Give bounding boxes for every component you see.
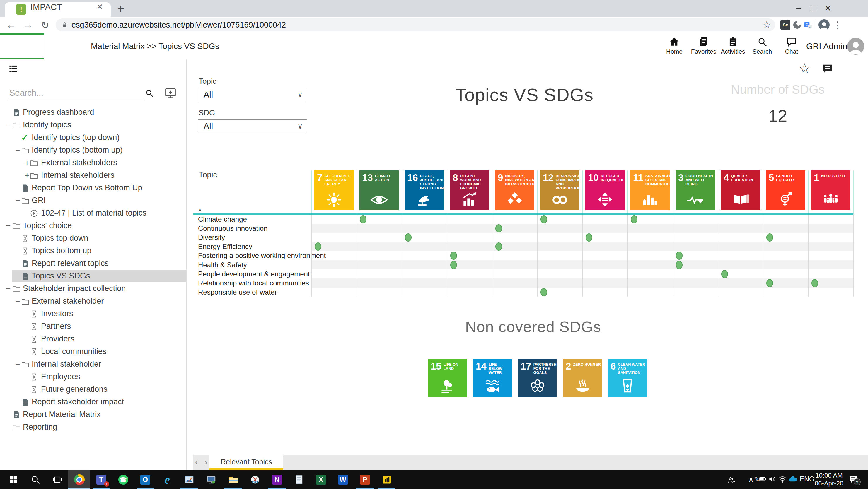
- tree-item-external-stakeholders[interactable]: +External stakeholders: [0, 156, 186, 169]
- collapse-icon[interactable]: −: [15, 144, 20, 156]
- dot-climate-change-sdg12[interactable]: [540, 215, 547, 223]
- tree-item-investors[interactable]: Investors: [0, 307, 186, 320]
- slicer-topic-dropdown[interactable]: All ∨: [198, 88, 307, 101]
- sdg-tile-15[interactable]: 15LIFE ON LAND: [428, 359, 467, 397]
- nav-item-search[interactable]: Search: [748, 36, 776, 57]
- sdg-tile-5[interactable]: 5GENDER EQUALITY: [766, 170, 805, 210]
- dot-climate-change-sdg13[interactable]: [360, 215, 367, 223]
- sdg-tile-16[interactable]: 16PEACE, JUSTICE AND STRONG INSTITUTIONS: [405, 170, 444, 210]
- tree-item-topics-bottom-up[interactable]: Topics bottom up: [0, 244, 186, 257]
- tree-item-identify-topics[interactable]: −Identify topics: [0, 119, 186, 131]
- tree-item-local-communities[interactable]: Local communities: [0, 345, 186, 358]
- people-tray-icon[interactable]: [727, 476, 736, 484]
- taskbar-chrome[interactable]: [68, 470, 90, 489]
- collapse-icon[interactable]: −: [15, 194, 20, 207]
- tree-item-stakeholder-impact-collection[interactable]: −Stakeholder impact collection: [0, 282, 186, 295]
- taskbar-file-explorer[interactable]: [222, 470, 244, 489]
- taskbar-snipping-tool[interactable]: [244, 470, 266, 489]
- tree-item-identify-topics-top-down[interactable]: ✓Identify topics (top down): [0, 131, 186, 144]
- sdg-tile-7[interactable]: 7AFFORDABLE AND CLEAN ENERGY: [314, 170, 353, 210]
- nav-item-chat[interactable]: Chat: [777, 36, 806, 57]
- sdg-tile-13[interactable]: 13CLIMATE ACTION: [360, 170, 399, 210]
- collapse-icon[interactable]: −: [6, 219, 10, 232]
- dot-diversity-sdg10[interactable]: [586, 233, 592, 241]
- browser-menu-kebab-icon[interactable]: ⋮: [833, 17, 842, 33]
- dot-relationship-with-local-communities-sdg5[interactable]: [766, 279, 773, 287]
- taskbar-whatsapp[interactable]: ☎: [112, 470, 134, 489]
- selenium-extension-icon[interactable]: Se: [780, 20, 790, 30]
- notification-center-icon[interactable]: 5: [848, 475, 858, 486]
- collapse-icon[interactable]: −: [6, 282, 10, 295]
- onedrive-icon[interactable]: [788, 475, 797, 484]
- wifi-icon[interactable]: [778, 475, 787, 483]
- dot-diversity-sdg5[interactable]: [766, 233, 773, 241]
- taskbar-powerbi[interactable]: [376, 470, 398, 489]
- dot-energy-efficiency-sdg9[interactable]: [495, 242, 502, 251]
- tree-item-progress-dashboard[interactable]: Progress dashboard: [0, 106, 186, 119]
- tree-item-report-relevant-topics[interactable]: Report relevant topics: [0, 257, 186, 270]
- search-input[interactable]: [9, 87, 145, 99]
- chevron-up-icon[interactable]: ∧: [748, 475, 754, 484]
- sdg-tile-6[interactable]: 6CLEAN WATER AND SANITATION: [608, 359, 647, 397]
- dot-diversity-sdg16[interactable]: [405, 233, 411, 241]
- dot-fostering-a-positive-working-environment-sdg8[interactable]: [450, 252, 457, 260]
- sdg-tile-10[interactable]: 10REDUCED INEQUALITIES: [585, 170, 625, 210]
- speaker-icon[interactable]: [768, 475, 777, 483]
- tree-item-report-stakeholder-impact[interactable]: Report stakeholder impact: [0, 396, 186, 408]
- search-icon[interactable]: [145, 89, 154, 98]
- taskbar-internet-explorer[interactable]: e: [156, 470, 178, 489]
- dot-health-safety-sdg8[interactable]: [450, 261, 457, 269]
- tree-item-future-generations[interactable]: Future generations: [0, 383, 186, 396]
- tree-item-internal-stakeholder[interactable]: −Internal stakeholder: [0, 358, 186, 370]
- taskbar-remote-desktop[interactable]: [200, 470, 222, 489]
- sdg-tile-4[interactable]: 4QUALITY EDUCATION: [721, 170, 760, 210]
- tree-item-topics-choice[interactable]: −Topics' choice: [0, 219, 186, 232]
- tree-item-gri[interactable]: −GRI: [0, 194, 186, 207]
- tree-item-providers[interactable]: Providers: [0, 333, 186, 345]
- collapse-icon[interactable]: −: [6, 119, 10, 131]
- chevron-down-icon[interactable]: ∨: [297, 91, 303, 99]
- window-close-button[interactable]: ✕: [818, 0, 838, 17]
- dot-energy-efficiency-sdg7[interactable]: [315, 242, 321, 251]
- taskbar-taskbar-search[interactable]: [24, 470, 46, 489]
- nav-item-activities[interactable]: Activities: [719, 36, 747, 57]
- tree-item-topics-top-down[interactable]: Topics top down: [0, 232, 186, 244]
- translate-extension-icon[interactable]: [803, 21, 813, 30]
- url-text[interactable]: esg365demo.azurewebsites.net/pbiViewer/1…: [71, 19, 286, 31]
- feedback-comment-icon[interactable]: [822, 63, 833, 74]
- taskbar-start-button[interactable]: [2, 470, 24, 489]
- dot-climate-change-sdg11[interactable]: [631, 215, 638, 223]
- nav-item-home[interactable]: Home: [660, 36, 688, 57]
- sdg-tile-17[interactable]: 17PARTNERSHIPS FOR THE GOALS: [518, 359, 557, 397]
- tree-item-employees[interactable]: Employees: [0, 370, 186, 383]
- clock[interactable]: 10:00 AM 06-Apr-20: [811, 471, 847, 487]
- tree-item-external-stakeholder[interactable]: −External stakeholder: [0, 295, 186, 307]
- sdg-tile-3[interactable]: 3GOOD HEALTH AND WELL-BEING: [676, 170, 715, 210]
- sdg-tile-12[interactable]: 12RESPONSIBLE CONSUMPTION AND PRODUCTION: [540, 170, 580, 210]
- forward-icon[interactable]: →: [22, 17, 35, 33]
- taskbar-task-view[interactable]: [46, 470, 68, 489]
- user-avatar[interactable]: [847, 38, 864, 55]
- sdg-tile-8[interactable]: 8DECENT WORK AND ECONOMIC GROWTH: [450, 170, 489, 210]
- tab-scroll-left-icon[interactable]: ‹: [195, 455, 198, 470]
- tree-item-102-47-list-of-material-topics[interactable]: 102-47 | List of material topics: [0, 207, 186, 219]
- dot-continuous-innovation-sdg9[interactable]: [495, 224, 502, 232]
- sdg-tile-11[interactable]: 11SUSTAINABLE CITIES AND COMMUNITIES: [630, 170, 670, 210]
- battery-icon[interactable]: [759, 475, 767, 483]
- tree-item-topics-vs-sdgs[interactable]: Topics VS SDGs: [0, 270, 186, 282]
- browser-profile-avatar[interactable]: [818, 19, 830, 30]
- tab-scroll-right-icon[interactable]: ›: [205, 455, 208, 470]
- tree-item-report-top-down-vs-bottom-up[interactable]: Report Top Down vs Bottom Up: [0, 182, 186, 194]
- sdg-tile-1[interactable]: 1NO POVERTY: [811, 170, 850, 210]
- expand-icon[interactable]: +: [25, 169, 29, 182]
- collapse-icon[interactable]: −: [15, 358, 20, 370]
- tree-item-identify-topics-bottom-up[interactable]: −Identify topics (bottom up): [0, 144, 186, 156]
- sdg-tile-9[interactable]: 9INDUSTRY, INNOVATION AND INFRASTRUCTURE: [495, 170, 534, 210]
- dot-health-safety-sdg3[interactable]: [676, 261, 683, 269]
- tree-item-report-material-matrix[interactable]: Report Material Matrix: [0, 408, 186, 421]
- taskbar-photos[interactable]: [178, 470, 200, 489]
- taskbar-notepad[interactable]: [288, 470, 310, 489]
- chevron-down-icon[interactable]: ∨: [297, 122, 303, 130]
- expand-icon[interactable]: +: [25, 156, 29, 169]
- taskbar-excel[interactable]: X: [310, 470, 332, 489]
